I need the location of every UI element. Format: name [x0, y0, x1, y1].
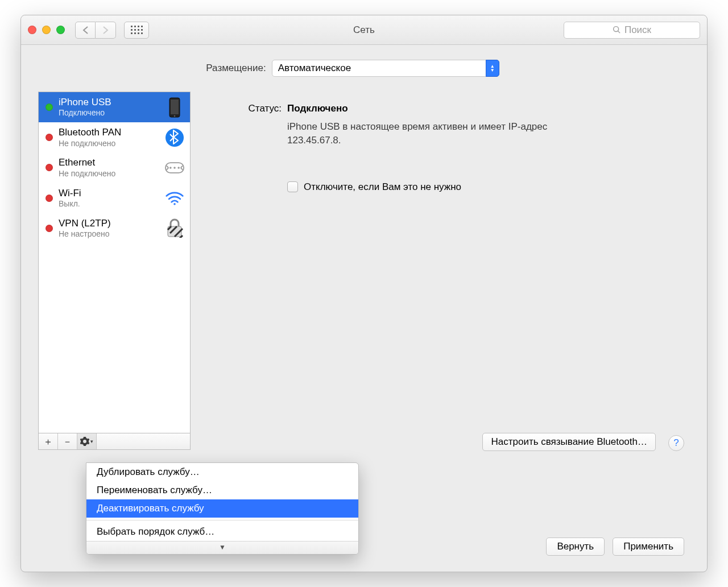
service-actions-button[interactable]: ▾ [77, 433, 97, 449]
service-status: Подключено [59, 108, 159, 118]
service-status: Не подключено [59, 169, 159, 179]
service-name: Bluetooth PAN [59, 127, 159, 138]
service-iphone-usb[interactable]: iPhone USB Подключено [39, 92, 190, 122]
gear-menu-popup: Дублировать службу… Переименовать службу… [86, 462, 359, 555]
service-name: Wi-Fi [59, 188, 159, 199]
ethernet-icon [165, 159, 184, 176]
status-dot-icon [46, 225, 53, 232]
checkbox-label: Отключите, если Вам это не нужно [304, 181, 461, 193]
svg-point-8 [173, 203, 176, 205]
service-status: Не настроено [59, 229, 159, 239]
menu-divider [86, 520, 358, 520]
svg-point-6 [173, 167, 176, 169]
menu-duplicate-service[interactable]: Дублировать службу… [86, 463, 358, 481]
service-bluetooth-pan[interactable]: Bluetooth PAN Не подключено [39, 122, 190, 152]
window-title: Сеть [21, 24, 707, 36]
service-status: Выкл. [59, 199, 159, 209]
service-name: Ethernet [59, 157, 159, 168]
bluetooth-icon [165, 128, 184, 147]
svg-point-5 [169, 167, 172, 169]
gear-icon [80, 437, 89, 446]
service-name: iPhone USB [59, 97, 159, 108]
status-description: iPhone USB в настоящее время активен и и… [287, 120, 583, 147]
configure-bluetooth-button[interactable]: Настроить связывание Bluetooth… [482, 433, 656, 451]
remove-service-button[interactable]: － [58, 433, 77, 449]
footer-buttons: Вернуть Применить [546, 538, 684, 556]
disable-if-unneeded-checkbox[interactable] [287, 181, 298, 192]
menu-overflow-indicator[interactable]: ▼ [86, 541, 358, 554]
service-detail-panel: Статус: Подключено iPhone USB в настояще… [200, 92, 684, 451]
services-sidebar: iPhone USB Подключено Bluetooth PAN Не п… [38, 92, 191, 451]
status-dot-icon [46, 104, 53, 111]
network-prefs-window: Сеть Поиск Размещение: Автоматическое ▲▼… [20, 15, 708, 572]
chevron-down-icon: ▾ [90, 439, 93, 444]
status-value: Подключено [287, 103, 348, 114]
location-value: Автоматическое [278, 63, 351, 74]
status-dot-icon [46, 164, 53, 171]
service-vpn[interactable]: VPN (L2TP) Не настроено [39, 213, 190, 243]
services-list[interactable]: iPhone USB Подключено Bluetooth PAN Не п… [38, 92, 191, 433]
service-status: Не подключено [59, 139, 159, 148]
menu-set-service-order[interactable]: Выбрать порядок служб… [86, 523, 358, 541]
wifi-icon [165, 190, 184, 206]
location-label: Размещение: [206, 63, 266, 74]
location-row: Размещение: Автоматическое ▲▼ [21, 60, 684, 77]
menu-rename-service[interactable]: Переименовать службу… [86, 481, 358, 499]
status-dot-icon [46, 195, 53, 202]
iphone-icon [165, 97, 184, 118]
service-ethernet[interactable]: Ethernet Не подключено [39, 152, 190, 183]
titlebar: Сеть Поиск [21, 15, 707, 45]
location-select[interactable]: Автоматическое ▲▼ [272, 60, 499, 77]
service-name: VPN (L2TP) [59, 218, 159, 229]
svg-point-2 [174, 115, 176, 117]
svg-point-7 [177, 167, 180, 169]
revert-button[interactable]: Вернуть [546, 538, 605, 556]
svg-rect-1 [171, 100, 179, 114]
chevron-updown-icon: ▲▼ [486, 60, 499, 77]
add-service-button[interactable]: ＋ [39, 433, 58, 449]
services-toolbar: ＋ － ▾ [38, 433, 191, 450]
menu-deactivate-service[interactable]: Деактивировать службу [86, 499, 358, 518]
lock-icon [165, 218, 184, 238]
status-dot-icon [46, 134, 53, 141]
service-wifi[interactable]: Wi-Fi Выкл. [39, 183, 190, 213]
status-label: Статус: [234, 103, 282, 114]
apply-button[interactable]: Применить [613, 538, 684, 556]
help-button[interactable]: ? [668, 435, 684, 451]
